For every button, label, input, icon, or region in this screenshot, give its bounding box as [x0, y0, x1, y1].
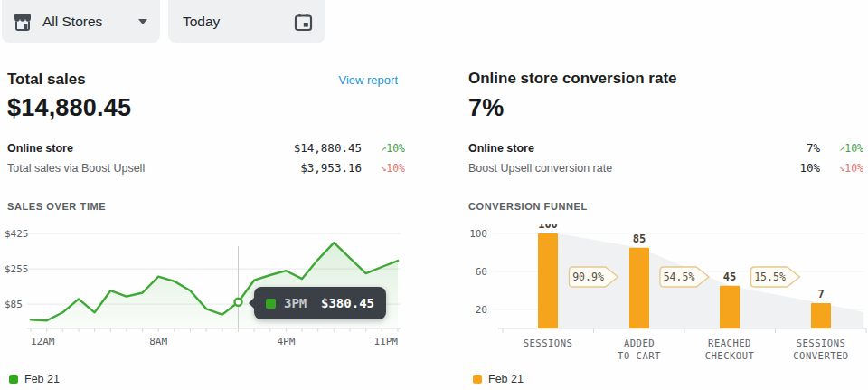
svg-text:TO CART: TO CART [618, 350, 661, 361]
date-selector-label: Today [183, 14, 220, 30]
svg-text:SESSIONS: SESSIONS [524, 338, 573, 348]
metric-delta: ↘10% [362, 162, 405, 175]
svg-text:15.5%: 15.5% [754, 271, 786, 283]
svg-text:4PM: 4PM [277, 336, 295, 347]
series-swatch [266, 299, 276, 309]
svg-text:$255: $255 [5, 263, 29, 275]
delta-percent: 10% [844, 142, 863, 155]
metric-value: 10% [744, 161, 820, 175]
metric-row-online-store-rate: Online store 7% ↗10% [468, 141, 863, 159]
svg-text:REACHED: REACHED [708, 338, 751, 348]
metric-value: $14,880.45 [260, 141, 362, 155]
metric-label: Online store [7, 142, 260, 155]
metric-row-boost-upsell-sales: Total sales via Boost Upsell $3,953.16 ↘… [7, 161, 405, 179]
chevron-down-icon [138, 19, 147, 24]
svg-text:20: 20 [476, 304, 487, 316]
store-icon [14, 14, 32, 31]
metric-delta: ↗10% [362, 142, 405, 155]
svg-text:ADDED: ADDED [624, 338, 655, 348]
delta-percent: 10% [386, 142, 405, 155]
svg-text:11PM: 11PM [374, 336, 399, 347]
metric-label: Boost Upsell conversion rate [468, 162, 744, 175]
legend-sales: Feb 21 [9, 373, 60, 385]
metric-label: Online store [468, 142, 744, 155]
metric-label: Total sales via Boost Upsell [7, 162, 260, 175]
svg-text:100: 100 [469, 228, 487, 240]
svg-text:7: 7 [817, 288, 824, 300]
metric-row-boost-upsell-rate: Boost Upsell conversion rate 10% ↘10% [468, 161, 863, 179]
svg-text:8AM: 8AM [149, 336, 167, 347]
svg-text:60: 60 [476, 266, 487, 278]
metric-value: 7% [744, 141, 820, 155]
legend-swatch-orange [473, 375, 482, 384]
delta-percent: 10% [844, 162, 863, 175]
tooltip-value: $380.45 [321, 296, 374, 310]
legend-label: Feb 21 [488, 373, 524, 385]
calendar-icon [294, 13, 313, 32]
metric-row-online-store-sales: Online store $14,880.45 ↗10% [7, 141, 405, 159]
conversion-rate-value: 7% [468, 94, 504, 122]
svg-text:100: 100 [538, 224, 558, 231]
svg-text:90.9%: 90.9% [572, 271, 604, 283]
store-selector-button[interactable]: All Stores [2, 0, 160, 43]
sales-over-time-label: SALES OVER TIME [7, 201, 106, 212]
legend-funnel: Feb 21 [473, 373, 524, 385]
delta-percent: 10% [386, 162, 405, 175]
tooltip-time: 3PM [284, 296, 321, 310]
legend-swatch-green [9, 375, 18, 384]
total-sales-title: Total sales [7, 71, 86, 89]
conversion-rate-title: Online store conversion rate [468, 70, 677, 88]
date-selector-button[interactable]: Today [168, 0, 326, 43]
svg-text:SESSIONS: SESSIONS [797, 338, 846, 348]
svg-text:85: 85 [633, 233, 646, 245]
view-report-link[interactable]: View report [338, 73, 398, 87]
legend-label: Feb 21 [24, 373, 60, 385]
metric-delta: ↗10% [820, 142, 863, 155]
chart-tooltip: 3PM $380.45 [254, 287, 386, 319]
svg-text:45: 45 [723, 271, 736, 283]
svg-text:CHECKOUT: CHECKOUT [705, 350, 755, 361]
conversion-funnel-label: CONVERSION FUNNEL [468, 201, 588, 212]
total-sales-value: $14,880.45 [7, 94, 131, 122]
svg-text:54.5%: 54.5% [664, 271, 695, 283]
conversion-funnel-chart[interactable]: 10060201008545790.9%54.5%15.5%SESSIONSAD… [466, 224, 868, 371]
metric-value: $3,953.16 [260, 161, 362, 175]
store-selector-label: All Stores [42, 14, 102, 30]
metric-delta: ↘10% [820, 162, 863, 175]
svg-text:CONVERTED: CONVERTED [793, 350, 848, 361]
svg-text:12AM: 12AM [31, 336, 55, 347]
svg-text:$425: $425 [5, 228, 29, 240]
svg-text:$85: $85 [5, 299, 23, 310]
